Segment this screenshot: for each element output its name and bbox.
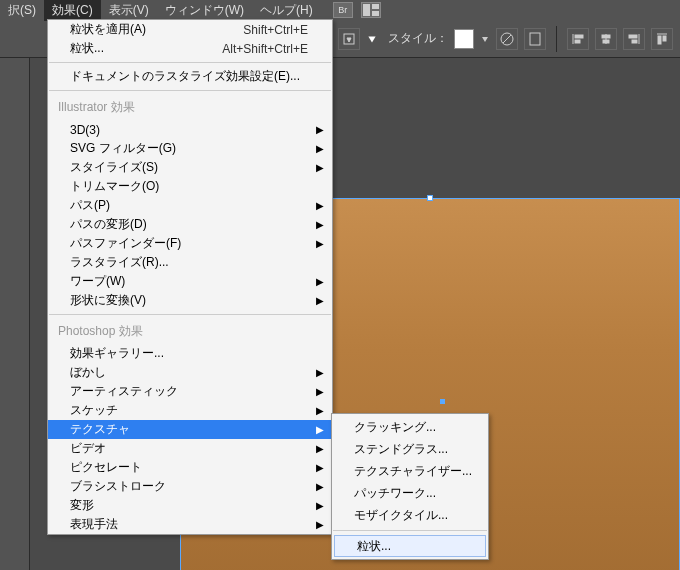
photoshop-item[interactable]: ビデオ▶: [48, 439, 332, 458]
menu-view[interactable]: 表示(V): [101, 0, 157, 21]
menu-item-label: ワープ(W): [70, 273, 125, 290]
photoshop-item[interactable]: スケッチ▶: [48, 401, 332, 420]
photoshop-item[interactable]: 変形▶: [48, 496, 332, 515]
photoshop-item[interactable]: ブラシストローク▶: [48, 477, 332, 496]
svg-rect-9: [575, 40, 580, 43]
menu-item-label: ぼかし: [70, 364, 106, 381]
menu-apply-last[interactable]: 粒状を適用(A) Shift+Ctrl+E: [48, 20, 332, 39]
svg-rect-12: [603, 40, 609, 43]
submenu-arrow-icon: ▶: [316, 219, 324, 230]
texture-submenu-item[interactable]: クラッキング...: [332, 416, 488, 438]
dropdown-arrow-icon[interactable]: [480, 34, 490, 44]
menu-separator: [333, 530, 487, 531]
align-top-icon[interactable]: [651, 28, 673, 50]
dropdown-arrow-icon[interactable]: [366, 33, 378, 45]
style-swatch[interactable]: [454, 29, 474, 49]
menu-item-label: ビデオ: [70, 440, 106, 457]
submenu-arrow-icon: ▶: [316, 162, 324, 173]
submenu-arrow-icon: ▶: [316, 124, 324, 135]
menu-window[interactable]: ウィンドウ(W): [157, 0, 252, 21]
bridge-icon[interactable]: Br: [333, 2, 353, 18]
photoshop-item[interactable]: アーティスティック▶: [48, 382, 332, 401]
menu-item-label: パスの変形(D): [70, 216, 147, 233]
menu-item-label: アーティスティック: [70, 383, 178, 400]
submenu-arrow-icon: ▶: [316, 500, 324, 511]
illustrator-item[interactable]: 形状に変換(V)▶: [48, 291, 332, 310]
menu-item-label: クラッキング...: [354, 419, 436, 436]
illustrator-item[interactable]: パスの変形(D)▶: [48, 215, 332, 234]
menu-item-label: パスファインダー(F): [70, 235, 181, 252]
menu-item-label: ラスタライズ(R)...: [70, 254, 169, 271]
svg-line-5: [503, 35, 511, 43]
no-style-icon[interactable]: [496, 28, 518, 50]
menu-item-label: テクスチャライザー...: [354, 463, 472, 480]
submenu-arrow-icon: ▶: [316, 519, 324, 530]
menu-item-label: 表現手法: [70, 516, 118, 533]
photoshop-item[interactable]: ぼかし▶: [48, 363, 332, 382]
illustrator-item[interactable]: ワープ(W)▶: [48, 272, 332, 291]
svg-rect-0: [363, 4, 370, 16]
align-left-icon[interactable]: [567, 28, 589, 50]
photoshop-item[interactable]: 効果ギャラリー...: [48, 344, 332, 363]
menu-item-label: スタイライズ(S): [70, 159, 158, 176]
submenu-arrow-icon: ▶: [316, 462, 324, 473]
submenu-arrow-icon: ▶: [316, 143, 324, 154]
anchor-point[interactable]: [440, 399, 445, 404]
menu-item-label: 効果ギャラリー...: [70, 345, 164, 362]
menu-effect[interactable]: 効果(C): [44, 0, 101, 21]
menu-item-label: パッチワーク...: [354, 485, 436, 502]
texture-submenu-item[interactable]: モザイクタイル...: [332, 504, 488, 526]
photoshop-item[interactable]: ピクセレート▶: [48, 458, 332, 477]
texture-submenu-item[interactable]: テクスチャライザー...: [332, 460, 488, 482]
illustrator-item[interactable]: スタイライズ(S)▶: [48, 158, 332, 177]
left-tool-rail: [0, 58, 30, 570]
menu-item-label: テクスチャ: [70, 421, 130, 438]
menu-item-label: ブラシストローク: [70, 478, 166, 495]
illustrator-item[interactable]: SVG フィルター(G)▶: [48, 139, 332, 158]
menu-item-label: スケッチ: [70, 402, 118, 419]
style-label: スタイル：: [388, 30, 448, 47]
menu-item-label: モザイクタイル...: [354, 507, 448, 524]
texture-submenu-item[interactable]: ステンドグラス...: [332, 438, 488, 460]
texture-submenu-item[interactable]: 粒状...: [334, 535, 486, 557]
menu-last-effect[interactable]: 粒状... Alt+Shift+Ctrl+E: [48, 39, 332, 58]
illustrator-item[interactable]: ラスタライズ(R)...: [48, 253, 332, 272]
menu-separator: [49, 62, 331, 63]
menu-item-label: 粒状...: [70, 40, 104, 57]
photoshop-item[interactable]: 表現手法▶: [48, 515, 332, 534]
illustrator-item[interactable]: トリムマーク(O): [48, 177, 332, 196]
doc-picker-icon[interactable]: [338, 28, 360, 50]
menu-raster-settings[interactable]: ドキュメントのラスタライズ効果設定(E)...: [48, 67, 332, 86]
align-right-icon[interactable]: [623, 28, 645, 50]
menu-item-label: 形状に変換(V): [70, 292, 146, 309]
submenu-arrow-icon: ▶: [316, 481, 324, 492]
menu-item-label: 変形: [70, 497, 94, 514]
menu-item-label: ステンドグラス...: [354, 441, 448, 458]
texture-submenu-item[interactable]: パッチワーク...: [332, 482, 488, 504]
svg-rect-15: [632, 40, 637, 43]
illustrator-item[interactable]: 3D(3)▶: [48, 120, 332, 139]
illustrator-effects-header: Illustrator 効果: [48, 95, 332, 120]
submenu-arrow-icon: ▶: [316, 367, 324, 378]
svg-rect-6: [530, 33, 540, 45]
illustrator-item[interactable]: パス(P)▶: [48, 196, 332, 215]
menu-item-label: トリムマーク(O): [70, 178, 159, 195]
arrange-docs-icon[interactable]: [361, 2, 381, 18]
menu-help[interactable]: ヘルプ(H): [252, 0, 321, 21]
photoshop-item[interactable]: テクスチャ▶: [48, 420, 332, 439]
menu-item-label: 3D(3): [70, 123, 100, 137]
svg-rect-2: [372, 11, 379, 16]
svg-rect-1: [372, 4, 379, 9]
submenu-arrow-icon: ▶: [316, 386, 324, 397]
submenu-arrow-icon: ▶: [316, 424, 324, 435]
selection-handle-top[interactable]: [427, 195, 433, 201]
illustrator-item[interactable]: パスファインダー(F)▶: [48, 234, 332, 253]
document-setup-icon[interactable]: [524, 28, 546, 50]
menu-item-label: 粒状...: [357, 538, 391, 555]
menu-select[interactable]: 択(S): [0, 0, 44, 21]
menu-item-label: パス(P): [70, 197, 110, 214]
submenu-arrow-icon: ▶: [316, 295, 324, 306]
align-center-h-icon[interactable]: [595, 28, 617, 50]
menu-shortcut: Alt+Shift+Ctrl+E: [222, 42, 308, 56]
menu-separator: [49, 314, 331, 315]
